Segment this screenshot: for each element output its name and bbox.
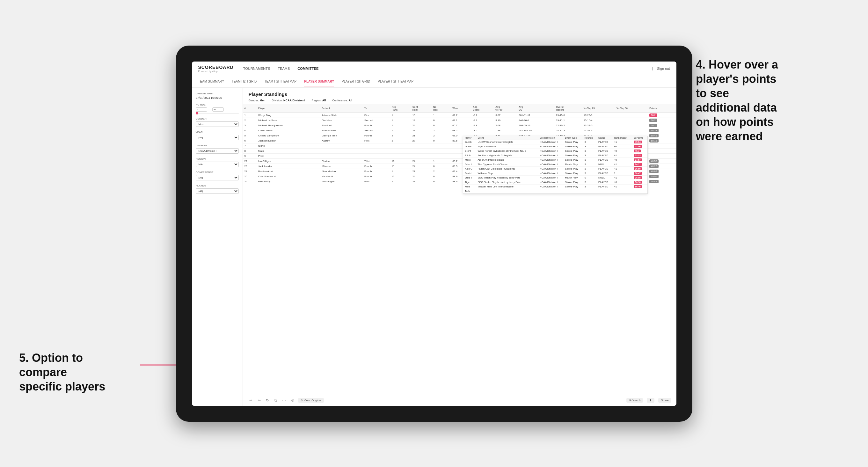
col-player: Player [257, 104, 320, 113]
popup-row: TigerSEC Stroke Play hosted by Jerry Pat… [463, 180, 647, 184]
col-avg-sg: AvgSG [517, 104, 554, 113]
undo-btn[interactable]: ↩ [248, 398, 254, 403]
table-row: 4 Luke Clanton Florida State Second 5 27… [243, 128, 676, 133]
table-row: 1 Wenyi Ding Arizona State First 1 15 1 … [243, 113, 676, 118]
no-rds-min-input[interactable] [196, 107, 207, 112]
col-avg-topar: Avgto-Par [494, 104, 517, 113]
annotation-5: 5. Option to compare specific players [19, 351, 140, 394]
app-logo: SCOREBOARD [198, 65, 234, 70]
filter-row: Gender: Men Division: NCAA Division I Re… [249, 99, 671, 102]
popup-row: MareAmer An IntercollegiateNCAA Division… [463, 157, 647, 162]
col-vs-top50: Vs Top 50 [615, 104, 648, 113]
sub-player-summary[interactable]: PLAYER SUMMARY [304, 77, 334, 86]
copy-btn[interactable]: ⧉ [273, 398, 278, 403]
refresh-btn[interactable]: ⟳ [265, 398, 270, 403]
bottom-left: ↩ ↪ ⟳ ⧉ ⋯ ⊙ ⊙ View: Original [248, 398, 324, 403]
region-filter: Region: All [311, 99, 326, 102]
main-nav: TOURNAMENTS TEAMS COMMITTEE [243, 66, 652, 71]
no-rds-label: No Rds. [196, 103, 239, 106]
col-no-rds: NoRds. [432, 104, 451, 113]
col-reg-rank: RegRank [390, 104, 411, 113]
points-badge-2: 76.2 [649, 119, 657, 122]
col-wins: Wins [451, 104, 471, 113]
view-label[interactable]: ⊙ View: Original [298, 398, 324, 403]
table-header-row: # Player School Yr RegRank ConfRank NoRd… [243, 104, 676, 113]
conference-label: Conference [196, 171, 239, 174]
redo-btn[interactable]: ↪ [256, 398, 262, 403]
year-select[interactable]: (All) [196, 135, 239, 140]
panel-header: Player Standings Gender: Men Division: N… [243, 88, 676, 104]
table-row-6: 6 Jackson Kolaun Auburn First 2 27 0 87.… [243, 138, 676, 143]
clock-btn[interactable]: ⊙ [290, 398, 296, 403]
sign-out-btn[interactable]: Sign out [657, 66, 670, 71]
region-label: Region [196, 157, 239, 160]
conference-filter: Conference: All [332, 99, 352, 102]
sidebar-year: Year (All) [196, 131, 239, 140]
gender-select[interactable]: Men Women [196, 121, 239, 127]
watch-btn[interactable]: 👁 Watch [626, 398, 643, 403]
sub-nav: TEAM SUMMARY TEAM H2H GRID TEAM H2H HEAT… [192, 76, 676, 88]
popup-row: PitchSouthern Highlands CollegiateNCAA D… [463, 153, 647, 157]
sub-player-h2h-grid[interactable]: PLAYER H2H GRID [342, 77, 370, 86]
sub-team-summary[interactable]: TEAM SUMMARY [198, 77, 224, 86]
annotation-4: 4. Hover over a player's points to see a… [696, 57, 849, 144]
gender-filter: Gender: Men [249, 99, 266, 102]
sidebar-division: Division NCAA Division I [196, 144, 239, 154]
division-filter: Division: NCAA Division I [272, 99, 305, 102]
sidebar-no-rds: No Rds. — [196, 103, 239, 114]
player-standings-table: # Player School Yr RegRank ConfRank NoRd… [243, 104, 676, 184]
nav-committee[interactable]: COMMITTEE [298, 66, 318, 71]
points-badge-1: 98.2 [649, 114, 657, 117]
division-select[interactable]: NCAA Division I [196, 148, 239, 154]
conference-select[interactable]: (All) [196, 175, 239, 180]
table-container: # Player School Yr RegRank ConfRank NoRd… [243, 104, 676, 395]
rds-slider-thumb[interactable] [196, 112, 198, 115]
more-btn[interactable]: ⋯ [281, 398, 287, 403]
tablet-frame: SCOREBOARD Powered by clippi TOURNAMENTS… [176, 45, 692, 422]
col-rank: # [243, 104, 257, 113]
sidebar-gender: Gender Men Women [196, 117, 239, 127]
nav-teams[interactable]: TEAMS [278, 66, 290, 71]
logo-area: SCOREBOARD Powered by clippi [198, 65, 234, 73]
sub-player-h2h-heatmap[interactable]: PLAYER H2H HEATMAP [378, 77, 413, 86]
table-row: 3 Michael Thorbjornsen Stanford Fourth 1… [243, 123, 676, 128]
center-panel: Player Standings Gender: Men Division: N… [243, 88, 676, 406]
app-logo-sub: Powered by clippi [198, 70, 234, 73]
popup-row: Torh [463, 189, 647, 193]
col-points: Points [648, 104, 676, 113]
popup-row: BrentWake Forest Invitational at Pinehur… [463, 149, 647, 153]
popup-row: Luke ISEC Match Play hosted by Jerry Pat… [463, 175, 647, 180]
nav-tournaments[interactable]: TOURNAMENTS [243, 66, 270, 71]
main-content: Update time: 27/01/2024 16:56:26 No Rds.… [192, 88, 676, 406]
gender-label: Gender [196, 117, 239, 120]
points-badge-5: 60.49 [649, 134, 658, 137]
player-select[interactable]: (All) [196, 188, 239, 194]
sidebar: Update time: 27/01/2024 16:56:26 No Rds.… [192, 88, 243, 406]
sidebar-conference: Conference (All) [196, 171, 239, 180]
bottom-right: 👁 Watch ⬇ Share [626, 398, 671, 403]
panel-title: Player Standings [249, 92, 671, 97]
popup-row: MattlMirabel Maui Jim IntercollegiateNCA… [463, 184, 647, 189]
update-time-label: Update time: [196, 92, 239, 95]
download-btn[interactable]: ⬇ [647, 398, 654, 403]
popup-row: DavidWilliams CupNCAA Division IStroke P… [463, 171, 647, 175]
pipe-icon: | [652, 67, 653, 70]
tablet-screen: SCOREBOARD Powered by clippi TOURNAMENTS… [192, 62, 676, 406]
share-btn[interactable]: Share [658, 398, 671, 403]
rds-slider-track [196, 113, 239, 114]
update-time-value: 27/01/2024 16:56:26 [196, 96, 239, 99]
popup-table: Player Event Event Division Event Type R… [463, 136, 647, 193]
sub-team-h2h-heatmap[interactable]: TEAM H2H HEATMAP [264, 77, 297, 86]
region-select[interactable]: N/A [196, 162, 239, 167]
no-rds-max-input[interactable] [212, 107, 224, 112]
points-badge-4: 68.34 [649, 129, 658, 132]
col-vs-top25: Vs Top 25 [582, 104, 615, 113]
sidebar-update-time: Update time: 27/01/2024 16:56:26 [196, 92, 239, 99]
sidebar-region: Region N/A [196, 157, 239, 167]
popup-row: Alex CFallen Oak Collegiate Invitational… [463, 166, 647, 171]
division-label: Division [196, 144, 239, 147]
header-right: | Sign out [652, 66, 670, 71]
sub-team-h2h-grid[interactable]: TEAM H2H GRID [232, 77, 257, 86]
points-badge-3: 70.2 [649, 124, 657, 127]
col-conf-rank: ConfRank [411, 104, 432, 113]
